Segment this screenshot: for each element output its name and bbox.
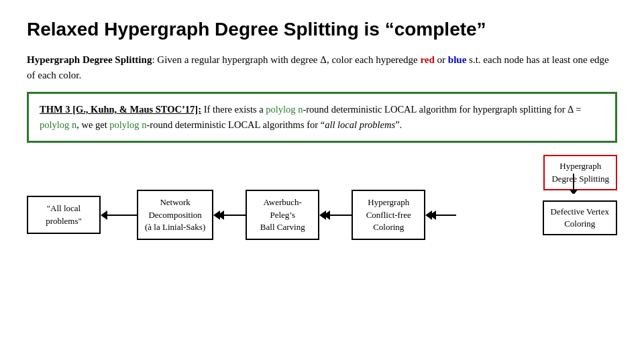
main-flow-row: "All localproblems" Network Decompositio… xyxy=(27,190,456,240)
flow-box-network: Network Decomposition (à la Linial-Saks) xyxy=(137,190,213,240)
theorem-text2: -round deterministic LOCAL algorithm for… xyxy=(303,104,581,115)
flow-box2-l1: Network xyxy=(160,197,191,207)
arrow-line-3 xyxy=(330,215,352,216)
arrow-2 xyxy=(213,210,246,220)
theorem-box: THM 3 [G., Kuhn, & Maus STOC’17]: If the… xyxy=(27,92,617,143)
flow-box-all-local: "All localproblems" xyxy=(27,196,101,233)
svg-marker-1 xyxy=(570,190,578,194)
arrow-line-2 xyxy=(224,215,246,216)
defective-l1: Defective Vertex xyxy=(551,206,609,217)
theorem-text4: -round deterministic LOCAL algorithms fo… xyxy=(147,119,325,130)
theorem-green1: polylog n xyxy=(266,104,303,115)
flow-box4-l1: Hypergraph xyxy=(368,197,409,207)
arrowhead-3b xyxy=(323,210,330,220)
theorem-italic: all local problems xyxy=(325,119,395,130)
arrowhead-1 xyxy=(101,210,107,220)
theorem-green2: polylog n xyxy=(40,119,76,130)
arrow-line-4 xyxy=(436,215,456,216)
theorem-text3: , we get xyxy=(76,119,109,130)
page-title: Relaxed Hypergraph Degree Splitting is “… xyxy=(27,19,617,40)
definition-block: Hypergraph Degree Splitting: Given a reg… xyxy=(27,52,617,82)
defective-box: Defective Vertex Coloring xyxy=(543,200,617,235)
main-container: Relaxed Hypergraph Degree Splitting is “… xyxy=(0,0,644,249)
flow-box3-l2: Peleg’s xyxy=(270,210,295,220)
definition-text2: or xyxy=(435,54,448,65)
arrowhead-4b xyxy=(429,210,436,220)
arrowhead-2b xyxy=(217,210,224,220)
defective-l2: Coloring xyxy=(564,219,595,229)
theorem-text5: ”. xyxy=(395,119,402,130)
hds-line2: Degree Splitting xyxy=(551,174,609,184)
flow-box1-text: "All localproblems" xyxy=(46,203,82,225)
theorem-text1: If there exists a xyxy=(201,104,266,115)
flow-box3-l1: Awerbuch- xyxy=(264,197,302,207)
arrow-line-1 xyxy=(107,215,137,216)
arrow-3 xyxy=(319,210,352,220)
definition-text1: : Given a regular hypergraph with degree… xyxy=(152,54,420,65)
arrow-4 xyxy=(425,210,456,220)
flow-box4-l2: Conflict-free xyxy=(366,210,411,220)
flow-box2-l2: Decomposition xyxy=(148,210,201,220)
theorem-label: THM 3 [G., Kuhn, & Maus STOC’17]: xyxy=(40,104,201,115)
flow-box-awerbuch: Awerbuch- Peleg’s Ball Carving xyxy=(246,190,319,240)
flow-box2-l3: (à la Linial-Saks) xyxy=(145,222,205,232)
theorem-green3: polylog n xyxy=(109,119,146,130)
vertical-connector-svg xyxy=(567,174,580,194)
definition-blue: blue xyxy=(448,54,467,65)
hds-box: Hypergraph Degree Splitting xyxy=(543,155,617,190)
flow-box4-l3: Coloring xyxy=(373,222,404,232)
flow-box3-l3: Ball Carving xyxy=(260,222,305,232)
arrow-1 xyxy=(101,210,137,220)
flow-diagram: Hypergraph Degree Splitting "All localpr… xyxy=(27,155,617,235)
definition-label: Hypergraph Degree Splitting xyxy=(27,54,152,65)
definition-red: red xyxy=(420,54,434,65)
flow-box-conflict: Hypergraph Conflict-free Coloring xyxy=(352,190,425,240)
hds-line1: Hypergraph xyxy=(559,161,601,171)
